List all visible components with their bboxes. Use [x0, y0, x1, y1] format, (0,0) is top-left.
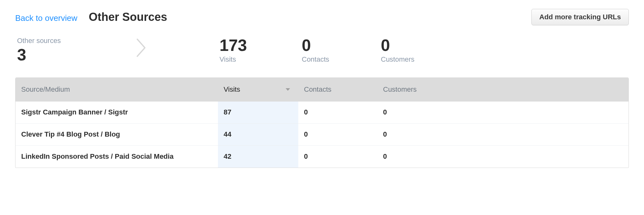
sort-descending-icon — [286, 88, 290, 91]
cell-source: Clever Tip #4 Blog Post / Blog — [15, 130, 218, 138]
summary-other-sources: Other sources 3 — [17, 37, 220, 64]
summary-customers-value: 0 — [381, 37, 476, 54]
column-header-customers-label: Customers — [383, 85, 417, 94]
table-row[interactable]: Sigstr Campaign Banner / Sigstr8700 — [15, 101, 629, 123]
column-header-contacts-label: Contacts — [304, 85, 331, 94]
cell-source: LinkedIn Sponsored Posts / Paid Social M… — [15, 152, 218, 161]
column-header-visits[interactable]: Visits — [218, 78, 298, 101]
back-to-overview-link[interactable]: Back to overview — [15, 13, 77, 23]
cell-contacts: 0 — [298, 108, 377, 116]
column-header-visits-label: Visits — [224, 85, 240, 94]
summary-other-sources-label: Other sources — [17, 37, 220, 45]
cell-source: Sigstr Campaign Banner / Sigstr — [15, 108, 218, 116]
summary-visits-value: 173 — [220, 37, 302, 54]
column-header-source[interactable]: Source/Medium — [15, 78, 218, 101]
column-header-contacts[interactable]: Contacts — [298, 78, 377, 101]
summary-other-sources-value: 3 — [17, 46, 220, 64]
cell-contacts: 0 — [298, 130, 377, 138]
cell-customers: 0 — [377, 152, 629, 161]
summary-contacts-value: 0 — [302, 37, 381, 54]
summary-visits-label: Visits — [220, 55, 302, 64]
add-tracking-urls-button[interactable]: Add more tracking URLs — [531, 9, 629, 25]
page-title: Other Sources — [89, 10, 167, 24]
cell-visits: 44 — [218, 124, 298, 145]
chevron-right-icon — [136, 37, 147, 58]
cell-visits: 87 — [218, 101, 298, 123]
summary-contacts: 0 Contacts — [302, 37, 381, 64]
cell-customers: 0 — [377, 108, 629, 116]
cell-visits: 42 — [218, 146, 298, 168]
cell-customers: 0 — [377, 130, 629, 138]
summary-contacts-label: Contacts — [302, 55, 381, 64]
table-row[interactable]: LinkedIn Sponsored Posts / Paid Social M… — [15, 145, 629, 168]
column-header-source-label: Source/Medium — [21, 85, 70, 94]
table-row[interactable]: Clever Tip #4 Blog Post / Blog4400 — [15, 123, 629, 145]
summary-customers: 0 Customers — [381, 37, 476, 64]
summary-visits: 173 Visits — [220, 37, 302, 64]
summary-customers-label: Customers — [381, 55, 476, 64]
sources-table: Source/Medium Visits Contacts Customers … — [15, 77, 629, 168]
column-header-customers[interactable]: Customers — [377, 78, 629, 101]
cell-contacts: 0 — [298, 152, 377, 161]
